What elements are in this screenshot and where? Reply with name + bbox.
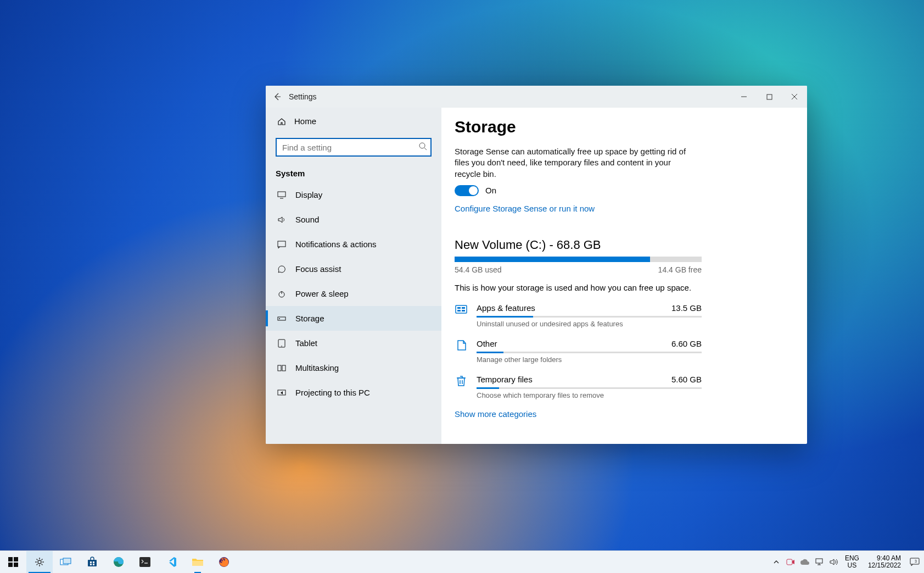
svg-rect-33 (787, 559, 792, 565)
taskbar-app-explorer[interactable] (184, 551, 211, 573)
store-icon (87, 557, 98, 568)
cloud-icon (800, 559, 810, 565)
taskbar-app-task-view[interactable] (53, 551, 79, 573)
sidebar-item-label: Tablet (295, 338, 317, 348)
sidebar-item-tablet[interactable]: Tablet (266, 331, 441, 355)
svg-rect-20 (14, 563, 18, 567)
category-subtext: Uninstall unused or undesired apps & fea… (477, 320, 702, 328)
taskbar-app-firefox[interactable] (211, 551, 237, 573)
sidebar-item-label: Multitasking (295, 363, 339, 372)
sidebar-item-display[interactable]: Display (266, 182, 441, 207)
display-icon (277, 191, 287, 199)
projecting-icon (277, 388, 287, 397)
meet-now-icon (786, 558, 795, 566)
svg-rect-3 (278, 241, 285, 247)
tray-language[interactable]: ENG US (841, 555, 864, 569)
sidebar-item-multitasking[interactable]: Multitasking (266, 355, 441, 380)
svg-rect-19 (8, 563, 13, 567)
storage-sense-description: Storage Sense can automatically free up … (455, 146, 691, 180)
sidebar-item-power[interactable]: Power & sleep (266, 281, 441, 306)
sidebar-item-label: Projecting to this PC (295, 388, 370, 397)
power-icon (277, 290, 287, 298)
window-title: Settings (289, 92, 317, 101)
close-button[interactable] (782, 86, 807, 108)
storage-category-temp[interactable]: Temporary files5.60 GBChoose which tempo… (455, 375, 702, 399)
svg-rect-28 (93, 564, 94, 565)
apps-icon (455, 303, 468, 316)
svg-rect-34 (816, 559, 822, 563)
sidebar-home-label: Home (294, 116, 316, 126)
page-title: Storage (455, 118, 791, 136)
taskbar-app-settings[interactable] (26, 551, 53, 573)
lang-layout: US (845, 562, 859, 569)
sidebar-item-storage[interactable]: Storage (266, 306, 441, 331)
sidebar-item-sound[interactable]: Sound (266, 207, 441, 232)
clock-date: 12/15/2022 (868, 562, 901, 569)
toggle-state-label: On (485, 186, 496, 195)
taskbar: ENG US 9:40 AM 12/15/2022 3 (0, 550, 924, 573)
other-icon (455, 339, 468, 352)
storage-category-apps[interactable]: Apps & features13.5 GBUninstall unused o… (455, 303, 702, 328)
taskbar-app-edge[interactable] (105, 551, 132, 573)
sidebar-item-projecting[interactable]: Projecting to this PC (266, 380, 441, 405)
network-icon (815, 558, 824, 566)
volume-title: New Volume (C:) - 68.8 GB (455, 238, 791, 252)
category-size: 13.5 GB (671, 303, 702, 313)
tray-overflow-button[interactable] (769, 559, 783, 565)
task-view-icon (60, 558, 72, 566)
start-button[interactable] (0, 551, 26, 573)
sidebar-item-label: Notifications & actions (295, 240, 377, 249)
search-input[interactable] (276, 138, 432, 157)
sidebar-item-notifications[interactable]: Notifications & actions (266, 232, 441, 257)
maximize-icon (766, 94, 772, 100)
svg-rect-25 (90, 561, 92, 563)
svg-text:3: 3 (915, 559, 917, 563)
svg-point-6 (279, 318, 280, 319)
svg-rect-14 (462, 307, 465, 309)
free-label: 14.4 GB free (658, 265, 702, 274)
sidebar-category: System (266, 164, 441, 182)
tray-meet-now[interactable] (783, 558, 798, 566)
close-icon (791, 93, 798, 100)
tray-volume[interactable] (826, 558, 841, 566)
sidebar-item-focus[interactable]: Focus assist (266, 257, 441, 281)
notifications-icon (277, 240, 287, 249)
svg-rect-15 (457, 310, 461, 311)
taskbar-app-terminal[interactable] (132, 551, 158, 573)
category-bar (477, 316, 702, 318)
tablet-icon (277, 339, 287, 348)
storage-sense-toggle[interactable] (455, 185, 479, 196)
svg-rect-16 (462, 310, 465, 311)
chevron-up-icon (773, 559, 780, 565)
sound-icon (277, 215, 287, 224)
back-arrow-icon (273, 92, 282, 101)
tray-clock[interactable]: 9:40 AM 12/15/2022 (864, 555, 905, 569)
category-size: 6.60 GB (671, 339, 702, 348)
sidebar-home[interactable]: Home (266, 108, 441, 135)
svg-rect-31 (192, 561, 203, 566)
taskbar-app-microsoft-store[interactable] (79, 551, 105, 573)
show-more-categories-link[interactable]: Show more categories (455, 409, 536, 419)
category-subtext: Manage other large folders (477, 355, 702, 364)
maximize-button[interactable] (757, 86, 782, 108)
tray-action-center[interactable]: 3 (905, 558, 924, 566)
taskbar-app-vscode[interactable] (158, 551, 184, 573)
used-label: 54.4 GB used (455, 265, 502, 274)
minimize-button[interactable] (731, 86, 757, 108)
sidebar-search[interactable] (276, 138, 432, 157)
home-icon (277, 117, 287, 126)
tray-network[interactable] (812, 558, 826, 566)
svg-rect-30 (139, 557, 150, 567)
configure-storage-sense-link[interactable]: Configure Storage Sense or run it now (455, 204, 595, 213)
storage-category-other[interactable]: Other6.60 GBManage other large folders (455, 339, 702, 364)
tray-onedrive[interactable] (798, 559, 812, 565)
titlebar: Settings (266, 86, 807, 108)
category-name: Temporary files (477, 375, 533, 384)
minimize-icon (741, 93, 747, 100)
svg-rect-17 (8, 557, 13, 561)
sidebar-item-label: Display (295, 190, 322, 199)
sidebar-item-label: Focus assist (295, 264, 341, 274)
back-button[interactable] (266, 86, 289, 108)
sidebar-item-label: Power & sleep (295, 289, 349, 298)
svg-rect-23 (63, 558, 71, 564)
